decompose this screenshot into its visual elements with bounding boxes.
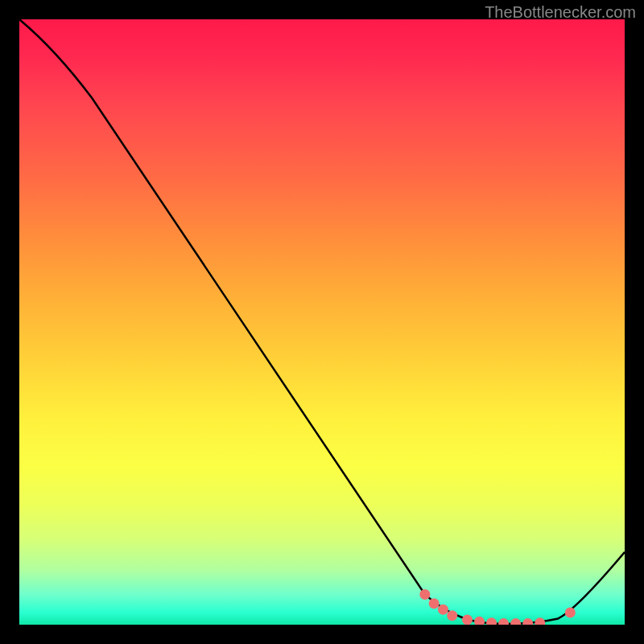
chart-marker <box>447 610 457 621</box>
chart-marker <box>498 618 509 625</box>
chart-marker <box>565 607 576 617</box>
chart-marker <box>462 614 473 625</box>
chart-marker <box>474 617 485 625</box>
chart-marker <box>419 589 430 600</box>
chart-markers <box>19 19 625 625</box>
chart-marker <box>429 598 440 609</box>
chart-marker <box>535 617 545 625</box>
attribution-label: TheBottlenecker.com <box>485 3 636 22</box>
chart-marker <box>510 618 521 625</box>
chart-plot-area <box>19 19 625 625</box>
chart-marker <box>486 617 497 625</box>
chart-marker <box>438 605 448 615</box>
chart-marker <box>522 618 533 625</box>
